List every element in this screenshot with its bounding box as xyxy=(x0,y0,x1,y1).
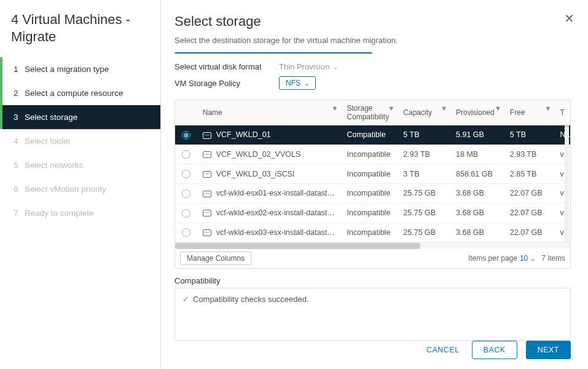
row-provisioned: 5.91 GB xyxy=(451,125,505,145)
table-row[interactable]: VCF_WKLD_03_iSCSIIncompatible3 TB858.61 … xyxy=(175,164,570,184)
table-row[interactable]: VCF_WKLD_01Compatible5 TB5.91 GB5 TBN xyxy=(175,125,570,145)
table-header-row: Name▼ Storage Compatibility▼ Capacity▼ P… xyxy=(175,100,570,125)
row-name: VCF_WKLD_02_VVOLS xyxy=(216,150,301,159)
row-radio[interactable] xyxy=(182,228,190,237)
filter-icon[interactable]: ▼ xyxy=(388,105,394,112)
row-compat: Compatible xyxy=(342,125,398,145)
cancel-button[interactable]: CANCEL xyxy=(423,341,463,359)
row-radio[interactable] xyxy=(182,131,190,140)
datastore-icon xyxy=(203,171,211,178)
table-row[interactable]: vcf-wkld-esx02-esx-install-datastoreInco… xyxy=(175,203,570,223)
wizard-step: 4Select folder xyxy=(0,129,160,153)
row-radio[interactable] xyxy=(182,209,190,218)
step-label: Select vMotion priority xyxy=(25,184,106,194)
datastore-tbody: VCF_WKLD_01Compatible5 TB5.91 GB5 TBNVCF… xyxy=(175,125,570,242)
table-footer: Manage Columns Items per page 10 ⌄ 7 ite… xyxy=(175,248,570,268)
disk-format-row: Select virtual disk format Thin Provisio… xyxy=(174,62,571,71)
filter-icon[interactable]: ▼ xyxy=(441,105,447,112)
row-radio[interactable] xyxy=(182,189,190,198)
table-row[interactable]: vcf-wkld-esx03-esx-install-datastoreInco… xyxy=(175,223,570,242)
col-capacity[interactable]: Capacity▼ xyxy=(398,100,451,125)
scrollbar-thumb[interactable] xyxy=(175,243,420,249)
filter-icon[interactable]: ▼ xyxy=(545,105,552,112)
config-mode-tabs: BATCH CONFIGURE CONFIGURE PER DISK xyxy=(174,52,372,54)
row-free: 22.07 GB xyxy=(505,184,555,204)
chevron-down-icon: ⌄ xyxy=(333,63,338,70)
filter-icon[interactable]: ▼ xyxy=(495,105,501,112)
items-per-page-select[interactable]: 10 ⌄ xyxy=(520,254,535,263)
row-compat: Incompatible xyxy=(342,223,398,242)
table-row[interactable]: VCF_WKLD_02_VVOLSIncompatible2.93 TB18 M… xyxy=(175,145,570,164)
dialog-footer: CANCEL BACK NEXT xyxy=(174,341,571,359)
row-capacity: 2.93 TB xyxy=(398,145,451,164)
row-provisioned: 858.61 GB xyxy=(451,164,505,184)
filter-icon[interactable]: ▼ xyxy=(332,105,339,112)
row-name: vcf-wkld-esx01-esx-install-datastore xyxy=(216,189,339,197)
row-compat: Incompatible xyxy=(342,164,398,184)
row-name: VCF_WKLD_01 xyxy=(216,130,271,139)
wizard-step: 7Ready to complete xyxy=(0,201,160,225)
row-capacity: 25.75 GB xyxy=(398,223,451,242)
storage-policy-label: VM Storage Policy xyxy=(174,79,279,88)
step-label: Select a compute resource xyxy=(25,89,123,98)
step-label: Select a migration type xyxy=(25,65,109,74)
col-free[interactable]: Free▼ xyxy=(505,100,555,125)
check-icon: ✓ xyxy=(182,295,189,304)
row-compat: Incompatible xyxy=(342,184,398,204)
compatibility-heading: Compatibility xyxy=(174,276,571,285)
disk-format-select[interactable]: Thin Provision ⌄ xyxy=(279,62,338,71)
step-number: 5 xyxy=(14,161,18,170)
row-provisioned: 3.68 GB xyxy=(451,223,505,242)
close-icon[interactable]: ✕ xyxy=(564,11,574,26)
row-capacity: 25.75 GB xyxy=(398,203,451,223)
row-free: 2.93 TB xyxy=(505,145,555,164)
step-label: Select networks xyxy=(25,161,83,170)
datastore-icon xyxy=(203,132,211,139)
wizard-step[interactable]: 2Select a compute resource xyxy=(0,81,160,105)
next-button[interactable]: NEXT xyxy=(526,341,571,359)
col-compat[interactable]: Storage Compatibility▼ xyxy=(342,100,398,125)
tab-configure-per-disk[interactable]: CONFIGURE PER DISK xyxy=(269,53,372,54)
wizard-step: 6Select vMotion priority xyxy=(0,177,160,201)
page-subtitle: Select the destination storage for the v… xyxy=(174,36,571,45)
disk-format-value: Thin Provision xyxy=(279,62,329,71)
step-label: Ready to complete xyxy=(25,208,94,218)
row-free: 5 TB xyxy=(505,125,555,145)
storage-policy-row: VM Storage Policy NFS ⌄ xyxy=(174,76,571,90)
datastore-icon xyxy=(203,191,211,197)
step-number: 7 xyxy=(14,208,18,218)
disk-format-label: Select virtual disk format xyxy=(174,62,279,71)
row-compat: Incompatible xyxy=(342,145,398,164)
col-provisioned[interactable]: Provisioned▼ xyxy=(451,100,505,125)
storage-policy-select[interactable]: NFS ⌄ xyxy=(279,76,316,90)
chevron-down-icon: ⌄ xyxy=(530,255,535,262)
table-row[interactable]: vcf-wkld-esx01-esx-install-datastoreInco… xyxy=(175,184,570,204)
row-name: VCF_WKLD_03_iSCSI xyxy=(216,170,295,178)
step-label: Select storage xyxy=(25,113,77,122)
back-button[interactable]: BACK xyxy=(472,341,517,359)
compatibility-section: Compatibility ✓Compatibility checks succ… xyxy=(174,276,571,341)
wizard-step[interactable]: 1Select a migration type xyxy=(0,57,160,81)
col-name[interactable]: Name▼ xyxy=(198,100,342,125)
manage-columns-button[interactable]: Manage Columns xyxy=(180,252,251,265)
wizard-step: 5Select networks xyxy=(0,153,160,177)
wizard-step: 3Select storage xyxy=(0,105,160,129)
row-radio[interactable] xyxy=(182,170,190,178)
items-per-page-label: Items per page xyxy=(468,254,517,263)
step-number: 4 xyxy=(14,137,18,146)
step-number: 1 xyxy=(14,65,18,74)
row-provisioned: 3.68 GB xyxy=(451,203,505,223)
col-type[interactable]: T xyxy=(555,100,570,125)
row-name: vcf-wkld-esx03-esx-install-datastore xyxy=(216,228,339,237)
row-name: vcf-wkld-esx02-esx-install-datastore xyxy=(216,208,339,217)
row-radio[interactable] xyxy=(182,150,190,159)
row-provisioned: 3.68 GB xyxy=(451,184,505,204)
compatibility-message: Compatibility checks succeeded. xyxy=(193,295,309,304)
wizard-steps: 1Select a migration type2Select a comput… xyxy=(0,57,160,225)
storage-policy-value: NFS xyxy=(286,79,300,87)
tab-batch-configure[interactable]: BATCH CONFIGURE xyxy=(175,53,269,54)
datastore-icon xyxy=(203,151,211,158)
row-provisioned: 18 MB xyxy=(451,145,505,164)
horizontal-scrollbar[interactable] xyxy=(175,242,570,248)
row-compat: Incompatible xyxy=(342,203,398,223)
